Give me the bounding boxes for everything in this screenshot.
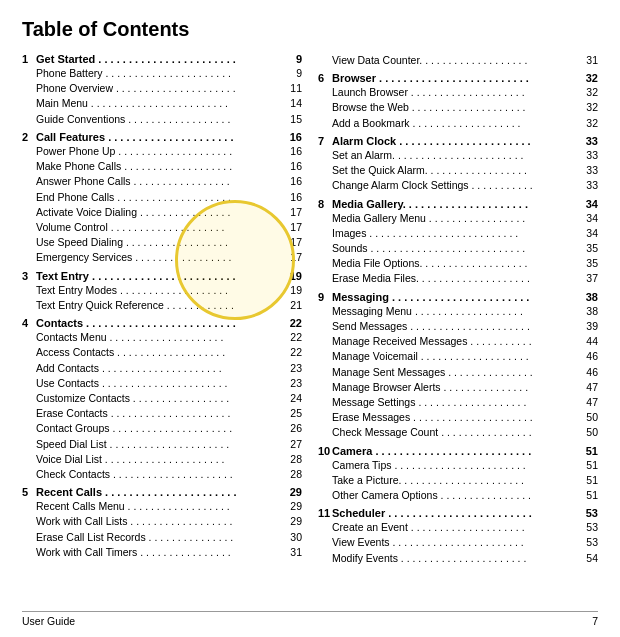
section-header: 11Scheduler . . . . . . . . . . . . . . … bbox=[318, 507, 598, 519]
list-item: View Data Counter. . . . . . . . . . . .… bbox=[318, 53, 598, 68]
list-item: Erase Messages . . . . . . . . . . . . .… bbox=[318, 410, 598, 425]
list-item: Access Contacts . . . . . . . . . . . . … bbox=[22, 345, 302, 360]
toc-section: 2Call Features . . . . . . . . . . . . .… bbox=[22, 131, 302, 266]
list-item: Manage Received Messages . . . . . . . .… bbox=[318, 334, 598, 349]
toc-section: 10Camera . . . . . . . . . . . . . . . .… bbox=[318, 445, 598, 504]
list-item: Phone Battery . . . . . . . . . . . . . … bbox=[22, 66, 302, 81]
toc-section: 8Media Gallery. . . . . . . . . . . . . … bbox=[318, 198, 598, 287]
footer-left: User Guide bbox=[22, 615, 75, 627]
list-item: Sounds . . . . . . . . . . . . . . . . .… bbox=[318, 241, 598, 256]
list-item: Media Gallery Menu . . . . . . . . . . .… bbox=[318, 211, 598, 226]
list-item: View Events . . . . . . . . . . . . . . … bbox=[318, 535, 598, 550]
list-item: Other Camera Options . . . . . . . . . .… bbox=[318, 488, 598, 503]
list-item: Change Alarm Clock Settings . . . . . . … bbox=[318, 178, 598, 193]
list-item: Camera Tips . . . . . . . . . . . . . . … bbox=[318, 458, 598, 473]
list-item: Text Entry Modes . . . . . . . . . . . .… bbox=[22, 283, 302, 298]
list-item: Media File Options. . . . . . . . . . . … bbox=[318, 256, 598, 271]
list-item: Answer Phone Calls . . . . . . . . . . .… bbox=[22, 174, 302, 189]
list-item: Emergency Services . . . . . . . . . . .… bbox=[22, 250, 302, 265]
section-header: 9Messaging . . . . . . . . . . . . . . .… bbox=[318, 291, 598, 303]
list-item: Check Message Count . . . . . . . . . . … bbox=[318, 425, 598, 440]
list-item: Erase Media Files. . . . . . . . . . . .… bbox=[318, 271, 598, 286]
list-item: Work with Call Lists . . . . . . . . . .… bbox=[22, 514, 302, 529]
list-item: Make Phone Calls . . . . . . . . . . . .… bbox=[22, 159, 302, 174]
list-item: Manage Voicemail . . . . . . . . . . . .… bbox=[318, 349, 598, 364]
section-header: 10Camera . . . . . . . . . . . . . . . .… bbox=[318, 445, 598, 457]
toc-section: 9Messaging . . . . . . . . . . . . . . .… bbox=[318, 291, 598, 441]
list-item: Phone Overview . . . . . . . . . . . . .… bbox=[22, 81, 302, 96]
toc-section: 4Contacts . . . . . . . . . . . . . . . … bbox=[22, 317, 302, 482]
list-item: Set an Alarm. . . . . . . . . . . . . . … bbox=[318, 148, 598, 163]
list-item: Customize Contacts . . . . . . . . . . .… bbox=[22, 391, 302, 406]
list-item: Volume Control . . . . . . . . . . . . .… bbox=[22, 220, 302, 235]
list-item: Create an Event . . . . . . . . . . . . … bbox=[318, 520, 598, 535]
section-header: 2Call Features . . . . . . . . . . . . .… bbox=[22, 131, 302, 143]
toc-section: 6Browser . . . . . . . . . . . . . . . .… bbox=[318, 72, 598, 131]
section-header: 1Get Started . . . . . . . . . . . . . .… bbox=[22, 53, 302, 65]
list-item: Voice Dial List . . . . . . . . . . . . … bbox=[22, 452, 302, 467]
list-item: Guide Conventions . . . . . . . . . . . … bbox=[22, 112, 302, 127]
toc-section: 5Recent Calls . . . . . . . . . . . . . … bbox=[22, 486, 302, 560]
toc-section: 7Alarm Clock . . . . . . . . . . . . . .… bbox=[318, 135, 598, 194]
list-item: Take a Picture. . . . . . . . . . . . . … bbox=[318, 473, 598, 488]
toc-section: View Data Counter. . . . . . . . . . . .… bbox=[318, 53, 598, 68]
list-item: Message Settings . . . . . . . . . . . .… bbox=[318, 395, 598, 410]
toc-section: 11Scheduler . . . . . . . . . . . . . . … bbox=[318, 507, 598, 566]
list-item: Use Contacts . . . . . . . . . . . . . .… bbox=[22, 376, 302, 391]
list-item: Recent Calls Menu . . . . . . . . . . . … bbox=[22, 499, 302, 514]
list-item: Modify Events . . . . . . . . . . . . . … bbox=[318, 551, 598, 566]
list-item: Check Contacts . . . . . . . . . . . . .… bbox=[22, 467, 302, 482]
list-item: Add a Bookmark . . . . . . . . . . . . .… bbox=[318, 116, 598, 131]
list-item: Browse the Web . . . . . . . . . . . . .… bbox=[318, 100, 598, 115]
list-item: Contact Groups . . . . . . . . . . . . .… bbox=[22, 421, 302, 436]
toc-container: 1Get Started . . . . . . . . . . . . . .… bbox=[22, 53, 598, 570]
right-column: View Data Counter. . . . . . . . . . . .… bbox=[312, 53, 598, 570]
list-item: Work with Call Timers . . . . . . . . . … bbox=[22, 545, 302, 560]
list-item: Manage Browser Alerts . . . . . . . . . … bbox=[318, 380, 598, 395]
list-item: Contacts Menu . . . . . . . . . . . . . … bbox=[22, 330, 302, 345]
section-header: 4Contacts . . . . . . . . . . . . . . . … bbox=[22, 317, 302, 329]
list-item: Power Phone Up . . . . . . . . . . . . .… bbox=[22, 144, 302, 159]
section-header: 5Recent Calls . . . . . . . . . . . . . … bbox=[22, 486, 302, 498]
section-header: 6Browser . . . . . . . . . . . . . . . .… bbox=[318, 72, 598, 84]
section-header: 7Alarm Clock . . . . . . . . . . . . . .… bbox=[318, 135, 598, 147]
list-item: Add Contacts . . . . . . . . . . . . . .… bbox=[22, 361, 302, 376]
toc-section: 1Get Started . . . . . . . . . . . . . .… bbox=[22, 53, 302, 127]
list-item: Text Entry Quick Reference . . . . . . .… bbox=[22, 298, 302, 313]
section-header: 8Media Gallery. . . . . . . . . . . . . … bbox=[318, 198, 598, 210]
page-title: Table of Contents bbox=[22, 18, 598, 41]
list-item: Speed Dial List . . . . . . . . . . . . … bbox=[22, 437, 302, 452]
list-item: Erase Call List Records . . . . . . . . … bbox=[22, 530, 302, 545]
list-item: Messaging Menu . . . . . . . . . . . . .… bbox=[318, 304, 598, 319]
footer-right: 7 bbox=[592, 615, 598, 627]
page-footer: User Guide 7 bbox=[22, 611, 598, 627]
list-item: Images . . . . . . . . . . . . . . . . .… bbox=[318, 226, 598, 241]
list-item: Use Speed Dialing . . . . . . . . . . . … bbox=[22, 235, 302, 250]
list-item: Activate Voice Dialing . . . . . . . . .… bbox=[22, 205, 302, 220]
left-column: 1Get Started . . . . . . . . . . . . . .… bbox=[22, 53, 312, 570]
list-item: End Phone Calls . . . . . . . . . . . . … bbox=[22, 190, 302, 205]
list-item: Launch Browser . . . . . . . . . . . . .… bbox=[318, 85, 598, 100]
toc-section: 3Text Entry . . . . . . . . . . . . . . … bbox=[22, 270, 302, 313]
list-item: Erase Contacts . . . . . . . . . . . . .… bbox=[22, 406, 302, 421]
section-header: 3Text Entry . . . . . . . . . . . . . . … bbox=[22, 270, 302, 282]
list-item: Main Menu . . . . . . . . . . . . . . . … bbox=[22, 96, 302, 111]
list-item: Set the Quick Alarm. . . . . . . . . . .… bbox=[318, 163, 598, 178]
list-item: Manage Sent Messages . . . . . . . . . .… bbox=[318, 365, 598, 380]
list-item: Send Messages . . . . . . . . . . . . . … bbox=[318, 319, 598, 334]
